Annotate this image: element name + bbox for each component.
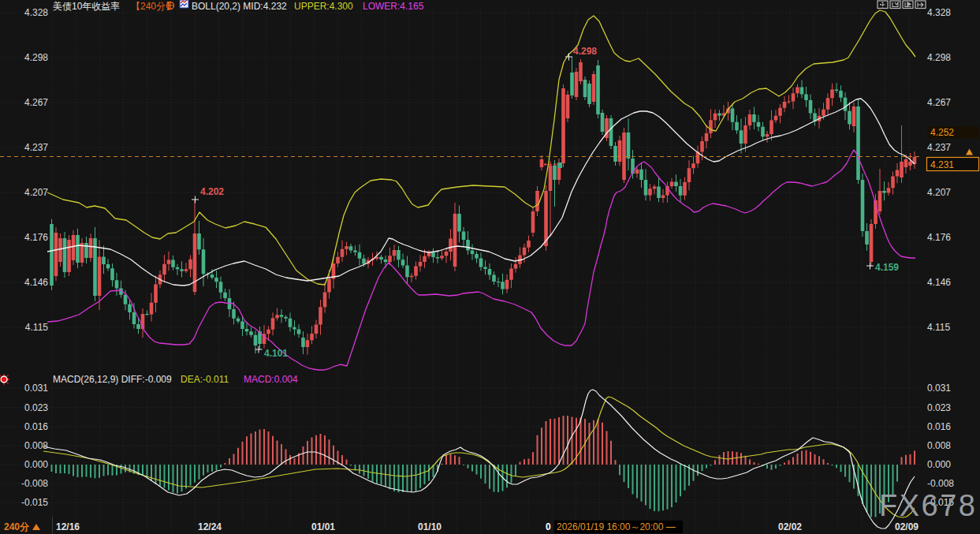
svg-text:MACD:0.004: MACD:0.004: [244, 374, 298, 385]
svg-text:0: 0: [546, 521, 551, 532]
svg-text:240分: 240分: [4, 521, 30, 532]
svg-text:BOLL(20,2) MID:4.232: BOLL(20,2) MID:4.232: [192, 1, 287, 12]
svg-text:4.267: 4.267: [927, 97, 951, 108]
svg-text:4.146: 4.146: [927, 277, 951, 288]
svg-text:0.000: 0.000: [927, 459, 951, 470]
svg-text:4.207: 4.207: [24, 187, 48, 198]
svg-text:0.000: 0.000: [24, 459, 48, 470]
svg-text:4.176: 4.176: [24, 232, 48, 243]
svg-text:4.298: 4.298: [24, 52, 48, 63]
svg-text:01/01: 01/01: [311, 521, 335, 532]
svg-text:12/24: 12/24: [198, 521, 222, 532]
svg-text:0.008: 0.008: [927, 440, 951, 451]
svg-text:4.328: 4.328: [927, 7, 951, 18]
svg-text:4.328: 4.328: [24, 7, 48, 18]
svg-text:02/09: 02/09: [895, 521, 919, 532]
svg-text:4.252: 4.252: [930, 127, 954, 138]
svg-text:4.159: 4.159: [875, 262, 899, 273]
svg-text:4.207: 4.207: [927, 187, 951, 198]
svg-text:UPPER:4.300: UPPER:4.300: [294, 1, 353, 12]
svg-text:0.016: 0.016: [927, 421, 951, 432]
svg-text:DEA:-0.011: DEA:-0.011: [181, 374, 229, 385]
svg-text:0.023: 0.023: [927, 402, 951, 413]
svg-text:0.031: 0.031: [927, 383, 951, 394]
svg-text:4.202: 4.202: [200, 186, 224, 197]
svg-text:0.008: 0.008: [24, 440, 48, 451]
svg-text:-0.008: -0.008: [21, 478, 48, 489]
svg-text:LOWER:4.165: LOWER:4.165: [363, 1, 424, 12]
svg-text:-0.008: -0.008: [927, 478, 954, 489]
svg-text:4.115: 4.115: [927, 322, 950, 333]
svg-text:4.115: 4.115: [25, 322, 48, 333]
svg-text:4.267: 4.267: [24, 97, 48, 108]
svg-text:4.101: 4.101: [264, 348, 288, 359]
svg-text:4.146: 4.146: [24, 277, 48, 288]
svg-text:4.231: 4.231: [930, 159, 954, 170]
svg-text:0.023: 0.023: [24, 402, 48, 413]
svg-text:MACD(26,12,9) DIFF:-0.009: MACD(26,12,9) DIFF:-0.009: [53, 374, 172, 385]
svg-text:01/10: 01/10: [418, 521, 442, 532]
svg-text:4.176: 4.176: [927, 232, 951, 243]
svg-text:FX678: FX678: [879, 489, 977, 522]
svg-text:美债10年收益率: 美债10年收益率: [53, 1, 120, 12]
svg-text:-0.015: -0.015: [21, 497, 48, 508]
svg-text:0.031: 0.031: [24, 383, 48, 394]
svg-text:02/02: 02/02: [778, 521, 802, 532]
svg-text:4.237: 4.237: [927, 142, 951, 153]
svg-text:12/16: 12/16: [56, 521, 80, 532]
svg-text:2026/01/19 16:00～20:00 —: 2026/01/19 16:00～20:00 —: [557, 521, 676, 532]
svg-text:4.298: 4.298: [573, 46, 597, 57]
svg-text:0.016: 0.016: [24, 421, 48, 432]
svg-text:4.298: 4.298: [927, 52, 951, 63]
svg-text:4.237: 4.237: [24, 142, 48, 153]
